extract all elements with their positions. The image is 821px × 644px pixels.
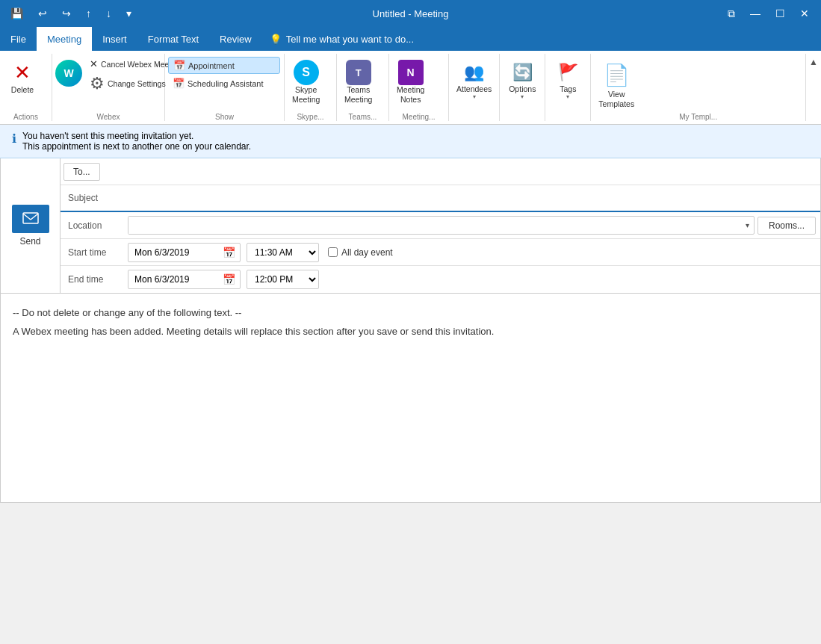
qat-more-button[interactable]: ▾ — [122, 6, 136, 21]
to-button[interactable]: To... — [63, 163, 100, 181]
title-bar: 💾 ↩ ↪ ↑ ↓ ▾ Untitled - Meeting ⧉ — ☐ ✕ — [0, 0, 821, 27]
tell-me-bar[interactable]: 💡 Tell me what you want to do... — [262, 27, 421, 51]
redo-button[interactable]: ↪ — [58, 6, 75, 21]
subject-input[interactable] — [128, 188, 820, 208]
webex-group-label: Webex — [55, 111, 161, 121]
scheduling-label: Scheduling Assistant — [188, 79, 264, 88]
menu-file[interactable]: File — [0, 27, 37, 51]
form-fields: To... Subject Location ▾ Rooms... Start … — [61, 158, 820, 293]
view-templates-group: 📄 ViewTemplates My Templ... — [591, 54, 806, 121]
options-button[interactable]: 🔄 Options ▾ — [503, 57, 542, 103]
delete-icon: ✕ — [10, 60, 35, 85]
delete-label: Delete — [11, 85, 34, 95]
tags-button[interactable]: 🚩 Tags ▾ — [548, 57, 587, 103]
down-button[interactable]: ↓ — [102, 6, 116, 21]
skype-meeting-button[interactable]: S SkypeMeeting — [288, 57, 324, 107]
ribbon-collapse-button[interactable]: ▲ — [806, 54, 821, 121]
show-group-content: 📅 Appointment 📅 Scheduling Assistant — [168, 57, 281, 111]
end-date-wrap: 📅 — [128, 270, 241, 289]
location-input[interactable] — [128, 217, 741, 234]
body-area[interactable]: -- Do not delete or change any of the fo… — [0, 294, 821, 503]
end-date-input[interactable] — [128, 273, 218, 286]
all-day-checkbox[interactable] — [328, 247, 338, 257]
appointment-label: Appointment — [188, 61, 235, 70]
ribbon: ✕ Delete Actions W ✕ Cancel Webex Meetin… — [0, 51, 821, 125]
end-date-calendar-button[interactable]: 📅 — [218, 272, 240, 287]
menu-format-text[interactable]: Format Text — [137, 27, 209, 51]
maximize-button[interactable]: ☐ — [769, 6, 791, 22]
show-items: 📅 Appointment 📅 Scheduling Assistant — [168, 57, 280, 91]
teams-label: TeamsMeeting — [344, 85, 372, 104]
window-controls: ⧉ — ☐ ✕ — [722, 6, 815, 22]
webex-group-content: W ✕ Cancel Webex Meeting ⚙ Change Settin… — [55, 57, 161, 111]
teams-group: T TeamsMeeting Teams... — [337, 54, 389, 121]
undo-button[interactable]: ↩ — [34, 6, 52, 21]
scheduling-assistant-button[interactable]: 📅 Scheduling Assistant — [168, 75, 280, 91]
menu-insert[interactable]: Insert — [92, 27, 137, 51]
meeting-notes-button[interactable]: N MeetingNotes — [392, 57, 429, 107]
start-time-select[interactable]: 11:30 AM 12:00 PM 12:30 PM — [247, 245, 318, 260]
subject-row: Subject — [61, 185, 820, 212]
menu-bar: File Meeting Insert Format Text Review 💡… — [0, 27, 821, 51]
minimize-button[interactable]: — — [744, 6, 766, 22]
webex-group: W ✕ Cancel Webex Meeting ⚙ Change Settin… — [52, 54, 165, 121]
skype-group-label: Skype... — [288, 111, 333, 121]
tags-label: Tags — [560, 85, 576, 93]
to-input[interactable] — [103, 161, 820, 182]
scheduling-icon: 📅 — [173, 78, 185, 89]
to-row: To... — [61, 158, 820, 185]
info-icon: ℹ — [12, 131, 16, 146]
delete-button[interactable]: ✕ Delete — [3, 57, 42, 98]
menu-meeting[interactable]: Meeting — [37, 27, 92, 51]
attendees-group-label — [452, 120, 496, 121]
up-button[interactable]: ↑ — [81, 6, 96, 21]
start-date-calendar-button[interactable]: 📅 — [218, 245, 240, 260]
quick-access-toolbar: 💾 ↩ ↪ ↑ ↓ ▾ — [6, 6, 136, 21]
location-input-wrap: ▾ — [128, 216, 755, 235]
tags-icon: 🚩 — [555, 60, 580, 85]
attendees-button[interactable]: 👥 Attendees ▾ — [452, 57, 496, 103]
start-date-input[interactable] — [128, 246, 218, 259]
close-button[interactable]: ✕ — [794, 6, 815, 22]
gear-icon: ⚙ — [90, 74, 105, 93]
actions-group-label: Actions — [3, 111, 49, 121]
attendees-group: 👥 Attendees ▾ — [449, 54, 500, 121]
location-dropdown-arrow[interactable]: ▾ — [741, 221, 754, 229]
end-time-select[interactable]: 12:00 PM 12:30 PM 1:00 PM — [247, 272, 318, 287]
send-panel: Send — [1, 158, 61, 293]
view-templates-group-content: 📄 ViewTemplates — [594, 57, 802, 111]
options-group-label — [503, 120, 542, 121]
view-templates-button[interactable]: 📄 ViewTemplates — [594, 57, 639, 111]
start-time-label: Start time — [61, 243, 128, 262]
attendees-icon: 👥 — [462, 60, 487, 85]
restore-button[interactable]: ⧉ — [722, 6, 741, 22]
meeting-notes-label: MeetingNotes — [397, 85, 424, 104]
save-button[interactable]: 💾 — [6, 6, 28, 21]
rooms-button[interactable]: Rooms... — [758, 217, 816, 235]
options-icon: 🔄 — [509, 60, 535, 85]
end-time-wrap: 12:00 PM 12:30 PM 1:00 PM — [247, 270, 319, 289]
notification-text: You haven't sent this meeting invitation… — [22, 131, 251, 152]
onenote-icon: N — [398, 60, 424, 85]
notification-line2: This appointment is next to another one … — [22, 141, 251, 152]
menu-review[interactable]: Review — [209, 27, 262, 51]
cancel-webex-meeting-button[interactable]: ✕ Cancel Webex Meeting — [87, 57, 161, 71]
all-day-label[interactable]: All day event — [328, 247, 393, 258]
actions-group-content: ✕ Delete — [3, 57, 49, 111]
svg-line-2 — [31, 214, 38, 220]
appointment-button[interactable]: 📅 Appointment — [168, 57, 280, 74]
options-group: 🔄 Options ▾ — [500, 54, 545, 121]
teams-group-label: Teams... — [340, 111, 385, 121]
tags-group: 🚩 Tags ▾ — [545, 54, 591, 121]
change-settings-button[interactable]: ⚙ Change Settings — [87, 72, 161, 95]
start-time-wrap: 11:30 AM 12:00 PM 12:30 PM — [247, 243, 319, 262]
webex-logo-icon: W — [55, 60, 82, 87]
attendees-label: Attendees — [456, 85, 492, 93]
tags-group-content: 🚩 Tags ▾ — [548, 57, 587, 120]
send-label[interactable]: Send — [19, 236, 40, 247]
skype-group: S SkypeMeeting Skype... — [285, 54, 337, 121]
actions-group: ✕ Delete Actions — [0, 54, 52, 121]
teams-meeting-button[interactable]: T TeamsMeeting — [340, 57, 377, 107]
start-time-row: Start time 📅 11:30 AM 12:00 PM 12:30 PM … — [61, 239, 820, 266]
end-time-label: End time — [61, 270, 128, 289]
